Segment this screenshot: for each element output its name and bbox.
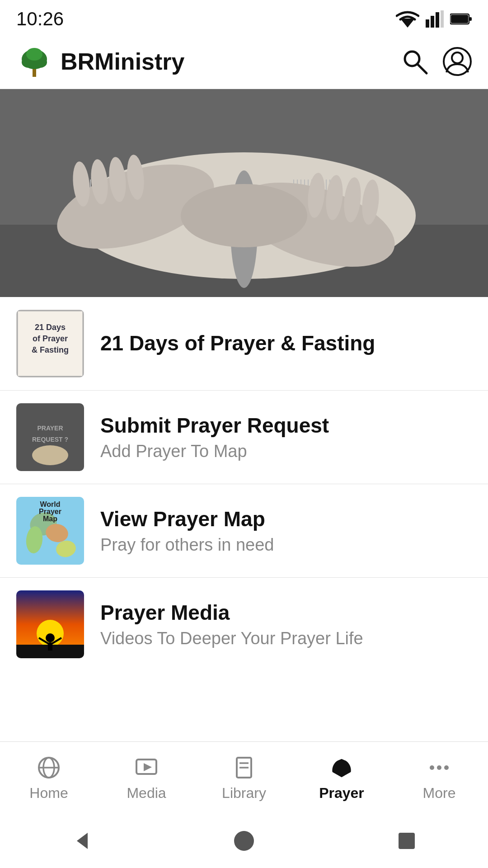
list-item-view-prayer-map[interactable]: View Prayer Map Pray for others in need <box>0 484 488 578</box>
item-subtitle-submit-prayer: Add Prayer To Map <box>100 442 472 461</box>
item-title-prayer-media: Prayer Media <box>100 600 472 625</box>
svg-point-27 <box>437 765 441 770</box>
system-nav <box>0 814 488 868</box>
nav-item-home[interactable]: Home <box>0 754 98 802</box>
svg-point-30 <box>234 831 254 851</box>
nav-label-home: Home <box>29 785 68 802</box>
nav-item-library[interactable]: Library <box>195 754 293 802</box>
svg-point-13 <box>26 48 42 61</box>
item-title-submit-prayer: Submit Prayer Request <box>100 413 472 438</box>
item-subtitle-view-prayer-map: Pray for others in need <box>100 535 472 555</box>
user-button[interactable] <box>443 47 472 76</box>
nav-label-media: Media <box>127 785 166 802</box>
item-thumb-submit-prayer <box>16 403 84 471</box>
svg-rect-31 <box>399 833 415 849</box>
svg-rect-2 <box>431 16 434 28</box>
recents-button[interactable] <box>389 823 425 859</box>
nav-item-prayer[interactable]: Prayer <box>293 754 390 802</box>
wifi-icon <box>396 10 419 28</box>
more-nav-icon <box>426 754 453 781</box>
item-subtitle-prayer-media: Videos To Deeper Your Prayer Life <box>100 629 472 648</box>
user-icon <box>443 47 472 76</box>
home-nav-icon <box>35 754 62 781</box>
item-text-prayer-media: Prayer Media Videos To Deeper Your Praye… <box>100 600 472 648</box>
back-button[interactable] <box>63 823 99 859</box>
nav-label-prayer: Prayer <box>319 785 364 802</box>
battery-icon <box>450 12 472 26</box>
header-actions <box>400 47 472 76</box>
svg-rect-1 <box>426 19 429 28</box>
search-icon <box>401 48 428 75</box>
logo-area: BRMinistry <box>16 43 400 80</box>
signal-icon <box>426 10 444 28</box>
hero-image <box>0 89 488 297</box>
nav-item-media[interactable]: Media <box>98 754 195 802</box>
item-thumb-21days <box>16 310 84 377</box>
list-item-21days[interactable]: 21 Days of Prayer & Fasting <box>0 297 488 391</box>
item-text-view-prayer-map: View Prayer Map Pray for others in need <box>100 507 472 555</box>
hero-banner <box>0 89 488 297</box>
svg-point-28 <box>444 765 449 770</box>
item-thumb-world-map <box>16 497 84 565</box>
item-title-21days: 21 Days of Prayer & Fasting <box>100 331 472 356</box>
library-nav-icon <box>230 754 258 781</box>
item-text-21days: 21 Days of Prayer & Fasting <box>100 331 472 356</box>
list-item-prayer-media[interactable]: Prayer Media Videos To Deeper Your Praye… <box>0 578 488 671</box>
svg-line-15 <box>418 64 427 73</box>
nav-item-more[interactable]: More <box>390 754 488 802</box>
svg-marker-22 <box>144 763 152 771</box>
prayer-nav-icon <box>328 754 355 781</box>
status-time: 10:26 <box>16 8 64 30</box>
app-title: BRMinistry <box>61 48 184 75</box>
item-text-submit-prayer: Submit Prayer Request Add Prayer To Map <box>100 413 472 461</box>
svg-point-26 <box>430 765 434 770</box>
media-nav-icon <box>133 754 160 781</box>
svg-rect-4 <box>441 10 444 28</box>
status-icons <box>396 10 472 28</box>
status-bar: 10:26 <box>0 0 488 34</box>
search-button[interactable] <box>400 47 429 76</box>
home-button[interactable] <box>226 823 262 859</box>
list-container: 21 Days of Prayer & Fasting Submit Praye… <box>0 297 488 671</box>
bottom-nav: Home Media Library Prayer <box>0 741 488 814</box>
list-item-submit-prayer[interactable]: Submit Prayer Request Add Prayer To Map <box>0 391 488 484</box>
item-title-view-prayer-map: View Prayer Map <box>100 507 472 532</box>
nav-label-library: Library <box>222 785 266 802</box>
svg-point-17 <box>452 52 463 63</box>
svg-marker-0 <box>400 19 415 28</box>
nav-label-more: More <box>423 785 456 802</box>
item-thumb-prayer-media <box>16 590 84 658</box>
svg-rect-3 <box>436 12 439 28</box>
svg-marker-29 <box>77 833 88 849</box>
app-logo <box>16 43 52 80</box>
app-header: BRMinistry <box>0 34 488 89</box>
svg-rect-6 <box>469 17 472 21</box>
svg-rect-7 <box>451 15 468 23</box>
